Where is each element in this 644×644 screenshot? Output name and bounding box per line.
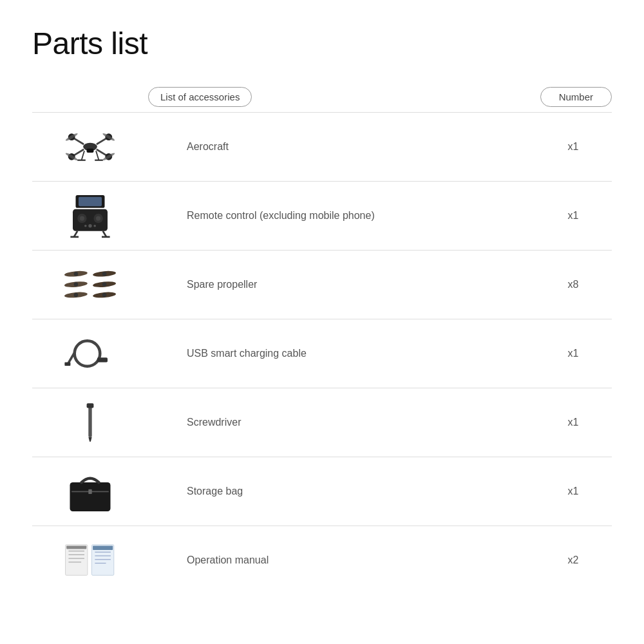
item-image-remote: [32, 193, 148, 238]
table-row: Screwdriver x1: [32, 388, 612, 457]
table-header: List of accessories Number: [32, 87, 612, 107]
svg-line-14: [82, 151, 85, 160]
table-row: Storage bag x1: [32, 457, 612, 526]
table-row: Aerocraft x1: [32, 112, 612, 181]
svg-rect-53: [88, 489, 91, 494]
svg-point-35: [102, 272, 107, 276]
col-accessories-label: List of accessories: [148, 87, 252, 107]
remote-icon: [61, 193, 119, 238]
svg-rect-45: [97, 357, 108, 362]
item-image-screwdriver: [32, 400, 148, 445]
item-image-propeller: [32, 262, 148, 307]
screwdriver-icon: [61, 400, 119, 445]
item-name-propeller: Spare propeller: [148, 279, 535, 290]
svg-point-25: [88, 224, 91, 227]
item-image-cable: [32, 331, 148, 376]
item-qty-remote: x1: [535, 210, 612, 222]
svg-rect-50: [87, 403, 94, 408]
item-qty-cable: x1: [535, 348, 612, 359]
svg-point-39: [102, 282, 107, 287]
table-row: Operation manual x2: [32, 526, 612, 594]
svg-point-22: [80, 216, 84, 220]
svg-rect-13: [87, 149, 94, 153]
svg-point-41: [74, 293, 79, 298]
item-qty-bag: x1: [535, 486, 612, 497]
page: Parts list List of accessories Number: [0, 0, 644, 644]
svg-rect-65: [93, 546, 113, 551]
drone-icon: [61, 124, 119, 169]
page-title: Parts list: [32, 26, 612, 61]
item-name-aerocraft: Aerocraft: [148, 141, 535, 153]
svg-point-33: [74, 272, 79, 276]
svg-rect-19: [79, 197, 102, 206]
svg-point-26: [84, 225, 87, 227]
svg-point-43: [102, 293, 107, 298]
svg-point-37: [74, 282, 79, 287]
table-row: Remote control (excluding mobile phone) …: [32, 181, 612, 250]
table-row: USB smart charging cable x1: [32, 319, 612, 388]
svg-line-15: [96, 151, 99, 160]
item-name-screwdriver: Screwdriver: [148, 417, 535, 428]
svg-rect-59: [66, 546, 86, 549]
col-number-label: Number: [540, 87, 612, 107]
item-qty-manual: x2: [535, 554, 612, 566]
svg-rect-48: [88, 405, 91, 437]
item-name-bag: Storage bag: [148, 486, 535, 497]
svg-line-46: [68, 354, 74, 363]
svg-point-27: [93, 225, 96, 227]
item-image-aerocraft: [32, 124, 148, 169]
svg-rect-47: [64, 363, 70, 366]
svg-point-44: [75, 341, 100, 366]
item-name-remote: Remote control (excluding mobile phone): [148, 210, 535, 222]
item-qty-screwdriver: x1: [535, 417, 612, 428]
manual-icon: [61, 538, 119, 583]
usb-cable-icon: [61, 331, 119, 376]
item-name-cable: USB smart charging cable: [148, 348, 535, 359]
parts-table: List of accessories Number: [32, 87, 612, 594]
svg-rect-54: [66, 545, 88, 575]
item-qty-propeller: x8: [535, 279, 612, 290]
item-image-bag: [32, 469, 148, 514]
storage-bag-icon: [61, 469, 119, 514]
svg-rect-51: [70, 482, 111, 511]
propeller-icon: [61, 262, 119, 307]
svg-marker-49: [88, 437, 91, 442]
item-name-manual: Operation manual: [148, 554, 535, 566]
item-image-manual: [32, 538, 148, 583]
item-qty-aerocraft: x1: [535, 141, 612, 153]
table-row: Spare propeller x8: [32, 250, 612, 319]
svg-point-24: [96, 216, 100, 220]
